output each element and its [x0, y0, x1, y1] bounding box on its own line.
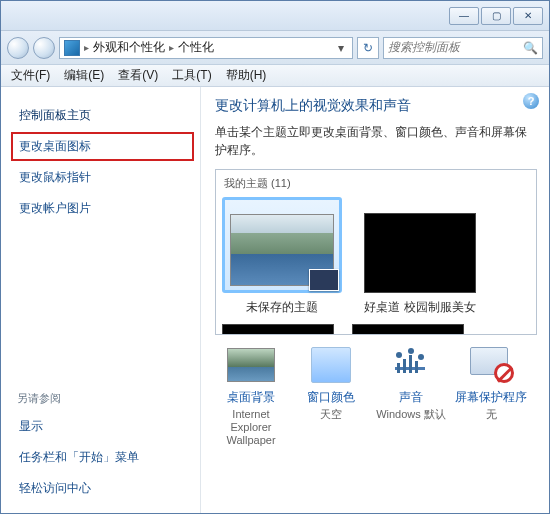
nav-forward-button[interactable]: [33, 37, 55, 59]
sidebar: 控制面板主页 更改桌面图标 更改鼠标指针 更改帐户图片 另请参阅 显示 任务栏和…: [1, 87, 201, 513]
option-value: Internet Explorer Wallpaper: [215, 408, 287, 448]
svg-rect-4: [415, 361, 418, 373]
help-icon[interactable]: ?: [523, 93, 539, 109]
theme-thumbnail: [364, 213, 476, 293]
svg-point-6: [408, 348, 414, 354]
menu-bar: 文件(F) 编辑(E) 查看(V) 工具(T) 帮助(H): [1, 65, 549, 87]
address-bar: ▸ 外观和个性化 ▸ 个性化 ▾ ↻ 搜索控制面板 🔍: [1, 31, 549, 65]
svg-rect-1: [397, 363, 400, 373]
maximize-button[interactable]: ▢: [481, 7, 511, 25]
search-icon[interactable]: 🔍: [523, 41, 538, 55]
svg-point-7: [418, 354, 424, 360]
sidebar-home[interactable]: 控制面板主页: [11, 101, 194, 130]
nav-back-button[interactable]: [7, 37, 29, 59]
svg-point-5: [396, 352, 402, 358]
chevron-right-icon[interactable]: ▸: [169, 42, 174, 53]
option-sound[interactable]: 声音 Windows 默认: [375, 345, 447, 448]
main-panel: ? 更改计算机上的视觉效果和声音 单击某个主题立即更改桌面背景、窗口颜色、声音和…: [201, 87, 549, 513]
control-panel-icon: [64, 40, 80, 56]
my-themes-title: 我的主题 (11): [222, 174, 530, 197]
breadcrumb-segment[interactable]: 外观和个性化: [93, 39, 165, 56]
option-desktop-background[interactable]: 桌面背景 Internet Explorer Wallpaper: [215, 345, 287, 448]
breadcrumb-segment[interactable]: 个性化: [178, 39, 214, 56]
minimize-button[interactable]: —: [449, 7, 479, 25]
theme-item-good[interactable]: 好桌道 校园制服美女: [360, 197, 480, 316]
option-window-color[interactable]: 窗口颜色 天空: [295, 345, 367, 448]
sidebar-change-account-picture[interactable]: 更改帐户图片: [11, 194, 194, 223]
page-description: 单击某个主题立即更改桌面背景、窗口颜色、声音和屏幕保护程序。: [215, 123, 537, 159]
option-label: 桌面背景: [215, 389, 287, 406]
window-color-icon: [311, 347, 351, 383]
menu-edit[interactable]: 编辑(E): [64, 67, 104, 84]
menu-help[interactable]: 帮助(H): [226, 67, 267, 84]
option-screen-saver[interactable]: 屏幕保护程序 无: [455, 345, 527, 448]
option-value: 天空: [295, 408, 367, 421]
svg-rect-3: [409, 355, 412, 373]
my-themes-group: 我的主题 (11) 未保存的主题: [215, 169, 537, 335]
sound-icon: [389, 347, 433, 383]
theme-label: 好桌道 校园制服美女: [360, 299, 480, 316]
theme-thumbnail-partial[interactable]: [352, 324, 464, 335]
sidebar-change-desktop-icons[interactable]: 更改桌面图标: [11, 132, 194, 161]
option-value: Windows 默认: [375, 408, 447, 421]
theme-thumbnail: [230, 214, 334, 286]
breadcrumb[interactable]: ▸ 外观和个性化 ▸ 个性化 ▾: [59, 37, 353, 59]
theme-label: 未保存的主题: [222, 299, 342, 316]
window-color-overlay-icon: [309, 269, 339, 291]
menu-view[interactable]: 查看(V): [118, 67, 158, 84]
title-bar: — ▢ ✕: [1, 1, 549, 31]
search-placeholder: 搜索控制面板: [388, 39, 523, 56]
theme-item-unsaved[interactable]: 未保存的主题: [222, 197, 342, 316]
control-panel-window: — ▢ ✕ ▸ 外观和个性化 ▸ 个性化 ▾ ↻ 搜索控制面板 🔍 文件(F) …: [0, 0, 550, 514]
sidebar-display[interactable]: 显示: [11, 412, 194, 441]
refresh-button[interactable]: ↻: [357, 37, 379, 59]
page-title: 更改计算机上的视觉效果和声音: [215, 97, 537, 115]
close-button[interactable]: ✕: [513, 7, 543, 25]
chevron-down-icon[interactable]: ▾: [334, 41, 348, 55]
sidebar-ease-of-access[interactable]: 轻松访问中心: [11, 474, 194, 503]
option-label: 窗口颜色: [295, 389, 367, 406]
option-label: 声音: [375, 389, 447, 406]
disabled-icon: [494, 363, 514, 383]
menu-file[interactable]: 文件(F): [11, 67, 50, 84]
sidebar-change-mouse-pointer[interactable]: 更改鼠标指针: [11, 163, 194, 192]
screen-saver-icon: [470, 347, 512, 383]
theme-options-row: 桌面背景 Internet Explorer Wallpaper 窗口颜色 天空…: [215, 345, 537, 448]
theme-thumbnail-partial[interactable]: [222, 324, 334, 335]
menu-tools[interactable]: 工具(T): [172, 67, 211, 84]
sidebar-taskbar-start[interactable]: 任务栏和「开始」菜单: [11, 443, 194, 472]
sidebar-see-also-title: 另请参阅: [9, 387, 196, 410]
content-body: 控制面板主页 更改桌面图标 更改鼠标指针 更改帐户图片 另请参阅 显示 任务栏和…: [1, 87, 549, 513]
option-label: 屏幕保护程序: [455, 389, 527, 406]
desktop-background-icon: [227, 348, 275, 382]
option-value: 无: [455, 408, 527, 421]
svg-rect-2: [403, 359, 406, 373]
chevron-right-icon[interactable]: ▸: [84, 42, 89, 53]
search-input[interactable]: 搜索控制面板 🔍: [383, 37, 543, 59]
